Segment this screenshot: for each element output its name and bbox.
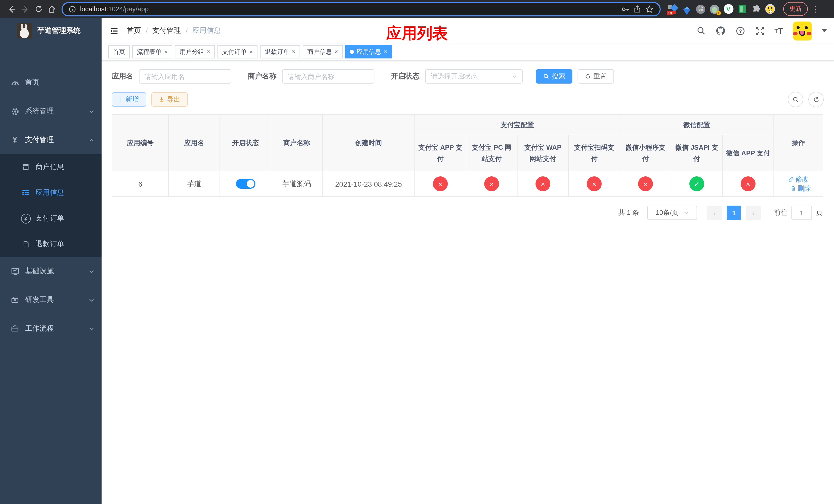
col-header-id: 应用编号 xyxy=(112,115,169,171)
tab-app-info[interactable]: 应用信息× xyxy=(345,45,392,59)
home-icon[interactable] xyxy=(45,2,59,16)
font-size-icon[interactable]: TT xyxy=(774,26,783,35)
search-form: 应用名 商户名称 开启状态 请选择开启状态 搜索 xyxy=(112,69,824,84)
extension-avatar-icon[interactable]: 1 xyxy=(709,4,720,14)
password-key-icon[interactable] xyxy=(621,5,629,13)
url-bar[interactable]: localhost:1024/pay/app xyxy=(62,2,661,16)
page-size-select[interactable]: 10条/页 xyxy=(647,206,697,220)
wx-app-status-icon: × xyxy=(741,176,755,191)
prev-page-button[interactable]: ‹ xyxy=(707,206,722,220)
extension-vue-icon[interactable]: V xyxy=(723,4,733,14)
enabled-switch[interactable] xyxy=(236,179,255,189)
sidebar-item-infra[interactable]: 基础设施 xyxy=(0,257,102,285)
sidebar-item-refund[interactable]: 退款订单 xyxy=(0,231,102,257)
sidebar-item-home[interactable]: 首页 xyxy=(0,68,102,97)
sidebar-logo[interactable]: 芋道管理系统 xyxy=(0,18,102,44)
merchant-name-label: 商户名称 xyxy=(248,72,277,81)
browser-toolbar: localhost:1024/pay/app 10 ⌘ 1 xyxy=(0,0,834,18)
alipay-qr-status-icon: × xyxy=(587,176,602,191)
col-header-wx-mini: 微信小程序支付 xyxy=(620,135,671,171)
close-icon[interactable]: × xyxy=(207,49,210,55)
toolbox-icon xyxy=(9,296,21,304)
status-label: 开启状态 xyxy=(391,72,420,81)
goto-label: 前往 xyxy=(774,208,787,217)
user-avatar[interactable] xyxy=(793,21,812,40)
delete-button[interactable]: 删除 xyxy=(790,184,811,193)
hamburger-icon[interactable] xyxy=(102,18,127,44)
bookmark-star-icon[interactable] xyxy=(645,5,654,13)
current-page[interactable]: 1 xyxy=(727,206,741,220)
sidebar-item-appinfo[interactable]: 应用信息 xyxy=(0,180,102,206)
chevron-down-icon xyxy=(89,297,94,303)
total-count: 共 1 条 xyxy=(618,208,639,217)
close-icon[interactable]: × xyxy=(292,49,295,55)
sidebar-item-merchant[interactable]: 商户信息 xyxy=(0,154,102,180)
goto-page-input[interactable] xyxy=(791,206,812,220)
export-button[interactable]: 导出 xyxy=(151,92,188,107)
extension-command-icon[interactable]: ⌘ xyxy=(696,4,706,14)
chevron-down-icon xyxy=(683,210,688,215)
tab-process-form[interactable]: 流程表单× xyxy=(132,45,172,59)
sidebar-item-system[interactable]: 系统管理 xyxy=(0,97,102,125)
header-search-icon[interactable] xyxy=(697,26,706,36)
sidebar: 芋道管理系统 首页 系统管理 xyxy=(0,18,102,504)
chrome-update-button[interactable]: 更新 xyxy=(783,2,808,16)
edit-button[interactable]: 修改 xyxy=(788,175,809,184)
info-icon[interactable] xyxy=(69,5,76,13)
svg-text:?: ? xyxy=(739,28,742,33)
extension-devtools-icon[interactable]: 10 xyxy=(668,4,678,14)
col-header-alipay-wap: 支付宝 WAP 网站支付 xyxy=(517,135,569,171)
store-icon xyxy=(20,163,31,171)
sidebar-item-pay[interactable]: ¥ 支付管理 xyxy=(0,125,102,154)
chevron-down-icon xyxy=(89,326,94,331)
group-header-wechat: 微信配置 xyxy=(620,115,774,135)
sidebar-item-devtool[interactable]: 研发工具 xyxy=(0,285,102,314)
col-header-wx-jsapi: 微信 JSAPI 支付 xyxy=(671,135,722,171)
search-button[interactable]: 搜索 xyxy=(536,69,572,84)
yen-icon: ¥ xyxy=(9,135,21,145)
forward-icon[interactable] xyxy=(19,2,32,16)
breadcrumb-pay[interactable]: 支付管理 xyxy=(152,26,181,36)
close-icon[interactable]: × xyxy=(334,49,338,55)
share-icon[interactable] xyxy=(633,5,641,13)
tab-refund-order[interactable]: 退款订单× xyxy=(260,45,300,59)
github-icon[interactable] xyxy=(716,26,726,36)
col-header-wx-app: 微信 APP 支付 xyxy=(722,135,774,171)
delete-icon xyxy=(790,186,796,191)
profile-avatar-icon[interactable] xyxy=(765,4,775,14)
fullscreen-icon[interactable] xyxy=(755,26,765,36)
status-select[interactable]: 请选择开启状态 xyxy=(425,69,523,84)
tab-pay-order[interactable]: 支付订单× xyxy=(218,45,258,59)
page-title: 应用列表 xyxy=(386,23,448,44)
extensions-area: 10 ⌘ 1 V xyxy=(668,4,775,14)
app-name-input[interactable] xyxy=(139,69,231,84)
avatar-caret-icon[interactable] xyxy=(822,29,827,32)
extensions-puzzle-icon[interactable] xyxy=(751,4,761,14)
sidebar-item-payorder[interactable]: ¥ 支付订单 xyxy=(0,206,102,231)
close-icon[interactable]: × xyxy=(164,49,168,55)
col-header-alipay-qr: 支付宝扫码支付 xyxy=(569,135,620,171)
add-button[interactable]: + 新增 xyxy=(112,92,146,107)
toggle-search-icon[interactable] xyxy=(788,92,803,107)
reload-icon[interactable] xyxy=(32,2,45,16)
help-icon[interactable]: ? xyxy=(736,26,745,36)
reset-button[interactable]: 重置 xyxy=(577,69,614,84)
breadcrumb-home[interactable]: 首页 xyxy=(127,26,141,36)
navbar: 首页 / 支付管理 / 应用信息 ? xyxy=(102,18,834,44)
close-icon[interactable]: × xyxy=(249,49,253,55)
merchant-name-input[interactable] xyxy=(282,69,374,84)
pagination: 共 1 条 10条/页 ‹ 1 › 前往 页 xyxy=(112,206,823,220)
tab-merchant-info[interactable]: 商户信息× xyxy=(303,45,343,59)
extension-notebook-icon[interactable] xyxy=(737,4,747,14)
extension-gem-icon[interactable] xyxy=(682,4,692,14)
tab-user-group[interactable]: 用户分组× xyxy=(175,45,215,59)
app-title: 芋道管理系统 xyxy=(38,26,81,36)
close-icon[interactable]: × xyxy=(384,49,387,55)
workflow-icon xyxy=(9,324,21,333)
refresh-table-icon[interactable] xyxy=(808,92,824,107)
back-icon[interactable] xyxy=(5,2,19,16)
sidebar-item-workflow[interactable]: 工作流程 xyxy=(0,314,102,343)
tab-home[interactable]: 首页 xyxy=(108,45,130,59)
browser-menu-icon[interactable]: ⋮ xyxy=(812,4,820,14)
next-page-button[interactable]: › xyxy=(746,206,761,220)
